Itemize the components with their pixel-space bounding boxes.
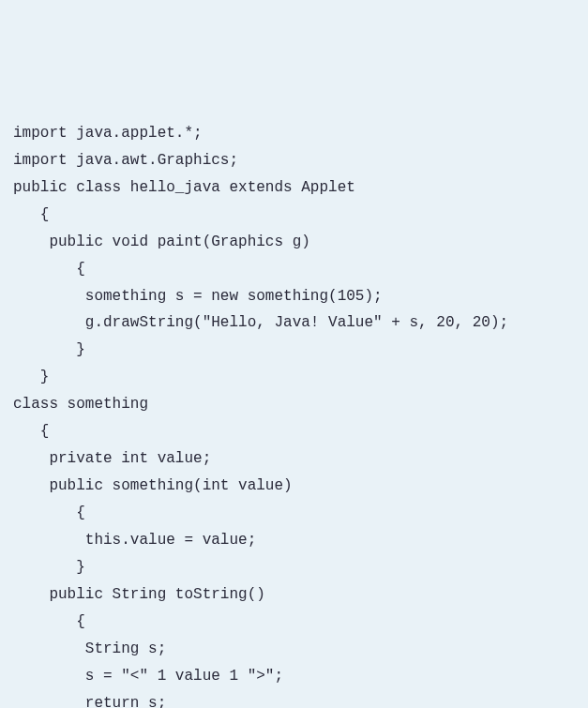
code-line: public something(int value) [13,473,575,500]
code-line: { [13,609,575,636]
code-line: class something [13,391,575,418]
code-line: import java.applet.*; [13,120,575,147]
code-line: public void paint(Graphics g) [13,229,575,256]
code-line: } [13,337,575,364]
code-line: g.drawString("Hello, Java! Value" + s, 2… [13,309,575,337]
code-line: } [13,554,575,581]
code-line: public String toString() [13,581,575,609]
code-line: { [13,418,575,445]
code-line: { [13,202,575,229]
code-line: s = "<" 1 value 1 ">"; [13,663,575,690]
code-block: import java.applet.*;import java.awt.Gra… [13,120,575,708]
code-line: this.value = value; [13,527,575,554]
code-line: something s = new something(105); [13,283,575,310]
code-line: } [13,364,575,391]
code-line: private int value; [13,445,575,473]
code-line: return s; [13,690,575,708]
code-line: { [13,500,575,527]
code-line: { [13,256,575,283]
code-line: String s; [13,636,575,663]
code-line: import java.awt.Graphics; [13,147,575,174]
code-line: public class hello_java extends Applet [13,174,575,202]
